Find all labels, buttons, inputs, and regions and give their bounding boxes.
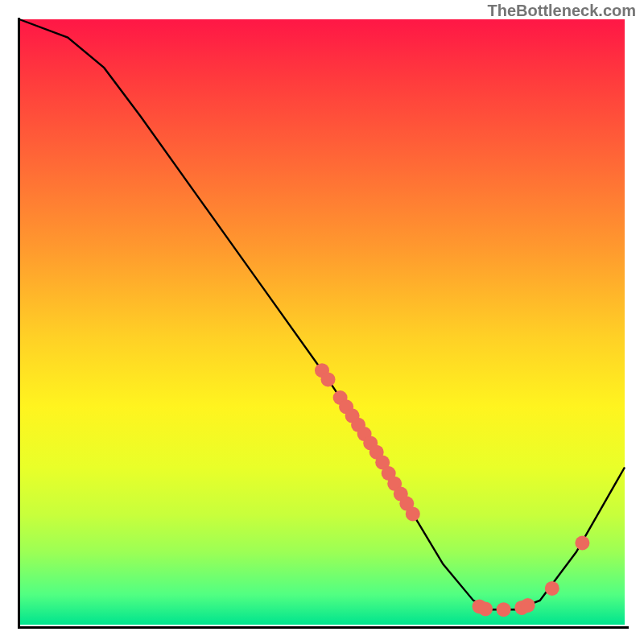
data-point [497, 602, 511, 617]
data-point [406, 506, 420, 521]
data-point [575, 536, 589, 551]
data-point [478, 601, 493, 616]
attribution-label: TheBottleneck.com [488, 2, 636, 20]
chart-container: TheBottleneck.com [0, 0, 644, 644]
data-point [545, 581, 559, 596]
data-point [521, 598, 535, 613]
bottleneck-curve [19, 19, 625, 625]
data-point [321, 372, 336, 386]
